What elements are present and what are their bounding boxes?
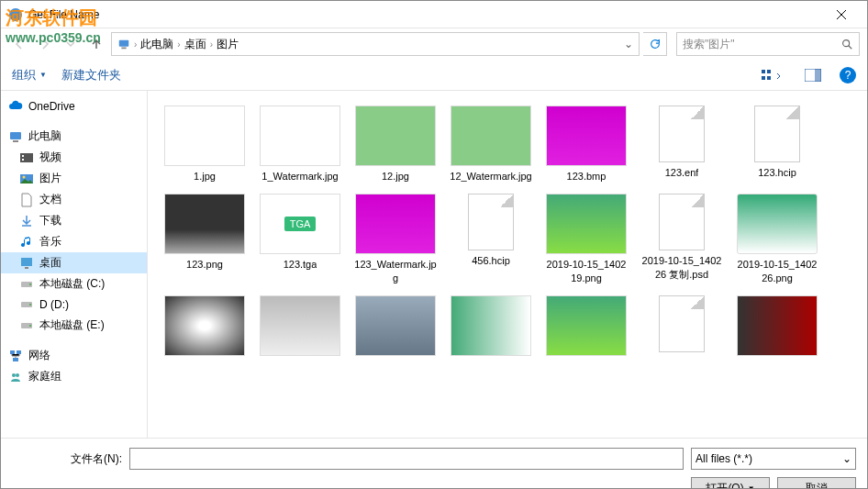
close-button[interactable] — [823, 1, 860, 28]
file-name: 12.jpg — [382, 170, 409, 183]
file-name: 2019-10-15_140226 复制.psd — [640, 254, 724, 281]
refresh-button[interactable] — [643, 32, 667, 56]
drive-icon — [19, 277, 34, 292]
file-item[interactable]: 123.hcip — [731, 102, 823, 186]
new-folder-button[interactable]: 新建文件夹 — [61, 67, 121, 83]
file-item[interactable]: 123.enf — [636, 102, 728, 186]
file-item[interactable] — [540, 292, 632, 363]
sidebar-item-label: D (D:) — [39, 298, 69, 311]
sidebar-item-drive[interactable]: D (D:) — [1, 295, 147, 315]
file-item[interactable]: 1_Watermark.jpg — [254, 102, 346, 186]
file-item[interactable]: 123.bmp — [540, 102, 632, 186]
svg-rect-9 — [815, 69, 821, 82]
pictures-icon — [19, 172, 34, 186]
help-button[interactable]: ? — [840, 67, 856, 83]
file-item[interactable] — [731, 292, 823, 363]
filetype-select[interactable]: All files (*.*) ⌄ — [691, 448, 856, 470]
svg-rect-2 — [121, 48, 126, 50]
svg-point-0 — [9, 8, 22, 21]
app-icon — [8, 7, 23, 22]
organize-button[interactable]: 组织 ▼ — [12, 67, 47, 83]
sidebar-item-network[interactable]: 网络 — [1, 345, 147, 366]
crumb-2[interactable]: 图片 — [217, 37, 239, 52]
svg-point-28 — [12, 373, 16, 377]
file-item[interactable]: 2019-10-15_140226.png — [731, 190, 823, 288]
downloads-icon — [19, 214, 34, 228]
sidebar-item-drive[interactable]: 本地磁盘 (C:) — [1, 273, 147, 295]
file-name: 123.bmp — [567, 170, 606, 183]
sidebar-item-cloud[interactable]: OneDrive — [1, 96, 147, 117]
file-name: 123_Watermark.jpg — [353, 258, 438, 284]
video-icon — [19, 150, 34, 165]
toolbar: 组织 ▼ 新建文件夹 ? — [1, 60, 867, 91]
svg-rect-5 — [762, 76, 765, 80]
sidebar-item-desktop[interactable]: 桌面 — [1, 252, 147, 273]
sidebar-item-homegroup[interactable]: 家庭组 — [1, 366, 147, 387]
cancel-button[interactable]: 取消 — [777, 477, 856, 489]
file-item[interactable]: 1.jpg — [159, 102, 250, 186]
file-name: 12_Watermark.jpg — [450, 170, 531, 183]
cloud-icon — [8, 99, 23, 114]
svg-rect-13 — [22, 155, 24, 157]
file-item[interactable]: 456.hcip — [445, 190, 537, 288]
search-icon — [840, 38, 853, 50]
forward-button[interactable] — [34, 33, 56, 55]
svg-point-22 — [29, 304, 31, 306]
crumb-1[interactable]: 桌面 — [184, 37, 206, 52]
search-input[interactable]: 搜索"图片" — [676, 32, 860, 56]
sidebar-item-pictures[interactable]: 图片 — [1, 168, 147, 189]
breadcrumb[interactable]: › 此电脑 › 桌面 › 图片 ⌄ — [111, 32, 640, 56]
music-icon — [19, 235, 34, 250]
preview-pane-button[interactable] — [801, 67, 825, 83]
file-item[interactable]: 12_Watermark.jpg — [445, 102, 537, 186]
sidebar-item-video[interactable]: 视频 — [1, 147, 147, 168]
drive-icon — [19, 297, 34, 312]
chevron-right-icon: › — [210, 39, 213, 50]
file-name: 456.hcip — [472, 254, 510, 267]
file-item[interactable]: 123_Watermark.jpg — [350, 190, 441, 288]
title-bar: Get File Name — [1, 1, 867, 28]
up-button[interactable] — [85, 33, 107, 55]
view-options-button[interactable] — [757, 66, 786, 84]
sidebar-item-docs[interactable]: 文档 — [1, 189, 147, 210]
svg-point-20 — [29, 283, 31, 285]
network-icon — [8, 349, 23, 363]
chevron-down-icon: ▼ — [39, 71, 47, 79]
sidebar-item-pc[interactable]: 此电脑 — [1, 126, 147, 147]
file-item[interactable] — [254, 292, 346, 363]
file-name: 2019-10-15_140219.png — [544, 258, 629, 284]
file-item[interactable]: 2019-10-15_140226 复制.psd — [636, 190, 728, 288]
sidebar-item-drive[interactable]: 本地磁盘 (E:) — [1, 315, 147, 336]
sidebar-item-music[interactable]: 音乐 — [1, 231, 147, 252]
back-button[interactable] — [8, 33, 30, 55]
svg-rect-27 — [13, 358, 18, 361]
file-item[interactable]: TGA123.tga — [254, 190, 346, 288]
drive-icon — [19, 318, 34, 333]
svg-rect-7 — [767, 76, 771, 80]
sidebar-item-downloads[interactable]: 下载 — [1, 210, 147, 231]
svg-rect-4 — [762, 70, 765, 73]
sidebar-item-label: 本地磁盘 (E:) — [39, 317, 105, 333]
crumb-0[interactable]: 此电脑 — [140, 37, 173, 52]
file-item[interactable] — [445, 292, 537, 363]
recent-button[interactable] — [60, 33, 82, 55]
chevron-right-icon: › — [134, 39, 137, 50]
filename-input[interactable] — [129, 448, 684, 470]
svg-rect-10 — [10, 132, 21, 139]
file-item[interactable]: 12.jpg — [350, 102, 441, 186]
file-item[interactable] — [636, 292, 728, 363]
sidebar-item-label: OneDrive — [28, 100, 75, 113]
search-placeholder: 搜索"图片" — [683, 37, 735, 52]
file-name: 123.enf — [665, 166, 699, 179]
sidebar-item-label: 此电脑 — [28, 128, 61, 144]
sidebar-item-label: 本地磁盘 (C:) — [39, 276, 105, 292]
open-button[interactable]: 打开(O)▼ — [691, 477, 770, 489]
chevron-down-icon: ▼ — [748, 484, 755, 490]
file-item[interactable] — [350, 292, 441, 363]
file-name: 123.hcip — [758, 166, 796, 179]
file-item[interactable]: 2019-10-15_140219.png — [540, 190, 632, 288]
file-item[interactable]: 123.png — [159, 190, 250, 288]
chevron-down-icon[interactable]: ⌄ — [624, 38, 633, 50]
dialog-footer: 文件名(N): All files (*.*) ⌄ 打开(O)▼ 取消 — [1, 438, 867, 489]
file-item[interactable] — [159, 292, 250, 363]
